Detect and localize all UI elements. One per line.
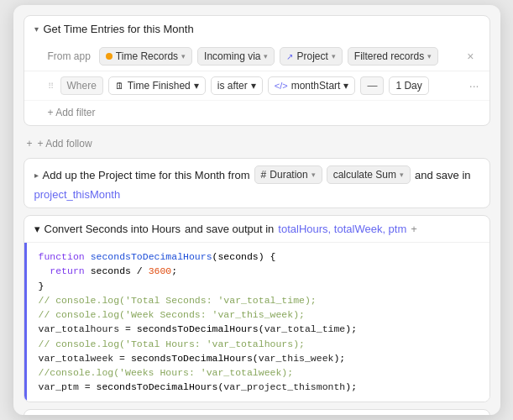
section1-header: ▾ Get Time Entries for this Month [24,16,489,42]
section2-field-pill[interactable]: # Duration ▾ [254,165,322,184]
filter-type-label: Filtered records [354,50,424,62]
where-label: Where [60,76,103,95]
section1-chevron[interactable]: ▾ [34,24,39,34]
section3-prefix: Convert Seconds into Hours [44,223,181,235]
add-follow-icon: + [27,138,33,150]
section2-prefix: Add up the Project time for this Month f… [43,169,250,181]
direction-label: Incoming via [204,50,260,62]
filter-day-pill[interactable]: 1 Day [389,76,428,95]
code-line-7: // console.log('Total Hours: 'var_totalh… [39,337,478,351]
section2-chevron-small: ▾ [311,171,316,179]
filter-value-label: monthStart [291,80,341,92]
section3-header: ▾ Convert Seconds into Hours and save ou… [24,216,489,243]
filter-day-label: 1 Day [395,80,421,92]
section3-add-output-icon[interactable]: + [411,223,417,235]
section2-header: ▸ Add up the Project time for this Month… [24,159,489,207]
filter-dash: — [360,76,384,95]
code-line-6: var_totalhours = secondsToDecimalHours(v… [39,322,478,336]
add-filter-row: + Add filter [24,100,489,125]
code-line-2: return seconds / 3600; [39,264,478,278]
add-follow-label: + Add follow [38,138,92,150]
code-line-4: // console.log('Total Seconds: 'var_tota… [39,293,478,307]
filter-type-chevron-icon: ▾ [427,52,432,60]
hash-icon: # [261,169,267,181]
code-line-3: } [39,279,478,293]
project-chevron-icon: ▾ [332,52,336,60]
section3-outputs: totalHours, totalWeek, ptm [278,223,406,235]
filter-row: ⠿ Where 🗓 Time Finished ▾ is after ▾ </>… [24,71,489,100]
section2-action-chevron: ▾ [400,171,404,179]
filter-field-pill[interactable]: 🗓 Time Finished ▾ [108,76,206,95]
section1-title: Get Time Entries for this Month [44,23,479,35]
filter-value-pill[interactable]: </> monthStart ▾ [268,76,356,95]
add-follow-row[interactable]: + + Add follow [24,133,490,155]
filter-field-chevron: ▾ [194,80,199,92]
project-pill[interactable]: ↗ Project ▾ [280,47,342,66]
source-dot-icon [106,53,113,60]
filter-condition-pill[interactable]: is after ▾ [211,76,263,95]
filter-value-chevron: ▾ [343,80,348,92]
filter-condition-chevron: ▾ [251,80,256,92]
section3-chevron[interactable]: ▾ [34,223,40,235]
code-line-10: var_ptm = secondsToDecimalHours(var_proj… [39,380,478,394]
code-line-5: // console.log('Week Seconds: 'var_this_… [39,307,478,322]
close-button[interactable]: × [462,48,479,65]
from-app-row: From app Time Records ▾ Incoming via ▾ ↗… [24,42,489,71]
section2-action-pill[interactable]: calculate Sum ▾ [327,165,411,184]
direction-chevron-icon: ▾ [264,52,268,60]
section2-save-label: and save in [415,169,471,181]
filter-field-label: Time Finished [128,80,191,92]
project-arrow-icon: ↗ [286,52,293,61]
section2-action-label: calculate Sum [333,169,396,181]
section2-field-label: Duration [270,169,307,181]
source-chevron-icon: ▾ [181,52,186,60]
section-update-project: ▾ Update the Project record ⠿ # Total Pr… [24,409,490,416]
code-block: function secondsToDecimalHours(seconds) … [24,243,489,402]
direction-pill[interactable]: Incoming via ▾ [197,47,275,66]
section-add-up: ▸ Add up the Project time for this Month… [24,158,490,208]
from-app-label: From app [48,50,91,62]
section-convert-seconds: ▾ Convert Seconds into Hours and save ou… [24,215,490,402]
filter-condition-label: is after [217,80,248,92]
code-line-1: function secondsToDecimalHours(seconds) … [39,249,478,264]
section2-variable: project_thisMonth [34,188,121,201]
project-label: Project [296,50,327,62]
section2-chevron[interactable]: ▸ [34,171,39,180]
source-label: Time Records [116,50,178,62]
add-filter-button[interactable]: + Add filter [48,107,96,118]
section4-header: ▾ Update the Project record [24,410,489,416]
section3-suffix: and save output in [185,223,274,235]
filter-more-button[interactable]: ··· [469,79,479,92]
code-icon: </> [275,81,288,91]
code-line-9: //console.log('Weeks Hours: 'var_totalwe… [39,365,478,380]
main-container: ▾ Get Time Entries for this Month From a… [13,5,500,415]
source-pill[interactable]: Time Records ▾ [99,47,192,66]
filter-type-pill[interactable]: Filtered records ▾ [348,47,438,66]
drag-handle-icon: ⠿ [48,81,54,91]
code-line-8: var_totalweek = secondsToDecimalHours(va… [39,351,478,365]
section-get-time-entries: ▾ Get Time Entries for this Month From a… [24,15,490,126]
calendar-icon: 🗓 [115,81,124,91]
